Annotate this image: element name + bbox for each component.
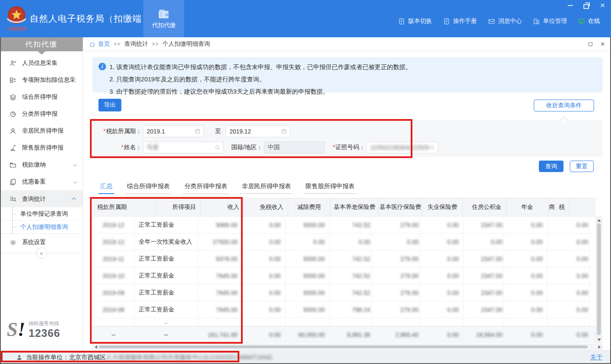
current-unit-redacted: 人力资源服务有限公司共享服务中心(L2J1010Z1996MT1844) [106,353,272,361]
page-restore-icon[interactable] [589,42,592,46]
table-row-partial[interactable]: .. [93,318,596,326]
result-tab[interactable]: 限售股所得申报表 [304,180,356,194]
totals-value-redacted: 0.00 [447,331,459,338]
name-input[interactable]: 马某 [143,142,224,153]
header-tab-daikoudaijiao[interactable]: 代扣代缴 [143,0,184,37]
gear-icon [9,239,17,246]
cell-income-item: 正常工资薪金 [139,221,174,229]
cell-value-redacted: 0.00 [577,239,588,245]
cell-value-redacted: 2347.00 [481,272,503,279]
horizontal-scrollbar[interactable] [92,344,603,350]
cell-value-redacted: 0.00 [269,306,280,313]
about-link[interactable]: 关于 [590,353,603,361]
result-tab[interactable]: 非居民所得申报表 [240,180,293,194]
period-from-input[interactable]: 2019.1 [143,125,204,137]
sidebar-item[interactable]: 限售股所得申报 [0,139,83,156]
required-marker: * [104,128,106,134]
close-button[interactable]: ✕ [599,2,606,8]
period-label: *税款所属期： [92,128,142,135]
vertical-scrollbar-thumb[interactable] [597,223,601,335]
sidebar-item-label: 税款缴纳 [22,161,67,169]
current-unit-prefix: 当前操作单位： [26,353,69,361]
sidebar-item-label: 限售股所得申报 [22,144,76,152]
header-menu-item[interactable]: 版本切换 [398,17,432,25]
header-menu-item[interactable]: 单位管理 [533,17,567,25]
scroll-down-arrow[interactable] [596,337,602,342]
sidebar-item[interactable]: 查询统计 [0,190,83,207]
header-menu-item[interactable]: 消息中心 [488,17,522,25]
column-header: 年金 [506,198,549,216]
result-table: 税款所属期 所得项目 收入 免税收入 减除费用 基本养老保险费 基本医疗保险费 … [92,198,596,343]
notice-line: 2. 只能查询2019年及之后的数据，不能进行跨年度查询。 [109,73,596,86]
collapse-query-button[interactable]: 收折查询条件 [534,100,594,111]
period-to-input[interactable]: 2019.12 [226,125,290,137]
table-row[interactable]: 2019-12 全年一次性奖金收入 27500.00 0.00 0.00 0.0… [93,233,596,250]
search-icon[interactable] [429,144,435,150]
breadcrumb-separator: >> [114,41,121,47]
cell-value-redacted: 0.00 [359,239,370,245]
sidebar-subitem-label: 单位申报记录查询 [20,210,68,218]
sidebar-subitem-label: 个人扣缴明细查询 [20,223,68,231]
table-row[interactable]: 2019-11 正常工资薪金 9378.00 0.00 5000.00 742.… [93,250,596,267]
query-button[interactable]: 查询 [539,161,563,172]
table-row[interactable]: 2019-09 正常工资薪金 7645.00 0.00 5000.00 742.… [93,284,596,301]
reset-button[interactable]: 重置 [570,161,594,172]
sidebar-item[interactable]: 非居民所得申报 [0,122,83,139]
totals-period: -- [112,331,115,338]
sidebar-item[interactable]: 人员信息采集 [0,55,83,72]
calendar-icon[interactable] [281,128,287,134]
cell-value-redacted: 0.00 [531,256,543,262]
restore-button[interactable] [583,2,590,8]
table-row[interactable]: 2019-08 正常工资薪金 7645.00 0.00 5000.00 798.… [93,301,596,318]
id-value-redacted: 110502199304222929 [370,144,429,151]
app-window: 中国税务 自然人电子税务局（扣缴端） 代扣代缴 ✕ 版本切换 操作手册 [0,0,611,364]
result-tab[interactable]: 汇总 [98,180,114,194]
sidebar-collapse-button[interactable]: « [36,247,47,258]
cell-value-redacted: 5000.00 [303,222,325,228]
notice-box: i 1. 该查询统计表仅能查询已申报成功的数据，不包含未申报、申报失败，已申报但… [92,57,603,92]
breadcrumb-home[interactable]: 首页 [89,40,110,48]
sidebar-item[interactable]: 分类所得申报 [0,106,83,122]
breadcrumb-level1[interactable]: 查询统计 [124,40,148,48]
search-icon[interactable] [214,144,221,150]
id-number-input[interactable]: 110502199304222929 [366,142,438,153]
sidebar-menu: 人员信息采集 专项附加扣除信息采集 综合所得申报 分类所得 [0,55,83,207]
nationality-input: 中国 [264,142,325,153]
sidebar-subitem[interactable]: 单位申报记录查询 [0,207,83,220]
vertical-scrollbar[interactable] [596,217,602,343]
cell-income-item: 正常工资薪金 [139,255,174,263]
header-menu-item[interactable]: 操作手册 [443,17,477,25]
horizontal-scrollbar-thumb[interactable] [99,345,588,348]
partial-row-ellipsis: .. [164,318,168,325]
header-menu-item[interactable]: 在线 [578,17,600,25]
cell-value-redacted: 279.00 [401,256,419,262]
sidebar-item[interactable]: 优惠备案 [0,173,83,190]
result-tab[interactable]: 分类所得申报表 [183,180,230,194]
nationality-label: 国籍/地区： [231,144,263,151]
result-tab[interactable]: 综合所得申报表 [125,180,172,194]
calendar-icon[interactable] [194,128,201,134]
cell-value-redacted: 0.00 [269,289,280,296]
table-row[interactable]: 2019-10 正常工资薪金 7645.00 0.00 5000.00 742.… [93,267,596,284]
breadcrumb-bar: 首页 >> 查询统计 >> 个人扣缴明细查询 ✕ [83,37,611,51]
sidebar-item[interactable]: 税款缴纳 [0,156,83,173]
scroll-up-arrow[interactable] [596,217,602,223]
page-close-icon[interactable]: ✕ [600,41,605,47]
column-header: 减除费用 [288,198,331,216]
minimize-button[interactable] [567,2,574,8]
export-button[interactable]: 导出 [98,99,121,111]
sidebar-item[interactable]: 综合所得申报 [0,89,83,106]
cell-period-redacted: 2019-12 [103,239,124,245]
cell-value-redacted: 279.00 [401,306,419,313]
sidebar-item[interactable]: 专项附加扣除信息采集 [0,72,83,89]
column-header: 税款所属期 [93,198,157,216]
scroll-right-arrow[interactable] [597,345,602,349]
table-row[interactable]: 2019-12 正常工资薪金 9985.00 0.00 5000.00 742.… [93,217,596,233]
cell-income-item: 正常工资薪金 [139,306,174,314]
totals-value-redacted: 8,991.36 [347,331,370,338]
scroll-left-arrow[interactable] [93,345,98,349]
sidebar-subitem[interactable]: 个人扣缴明细查询 [0,220,83,233]
person-icon [16,354,22,361]
cell-value-redacted: 0.00 [531,239,543,245]
sidebar: 代扣代缴 人员信息采集 专项附加扣除信息采集 综合所得申报 [0,37,83,350]
